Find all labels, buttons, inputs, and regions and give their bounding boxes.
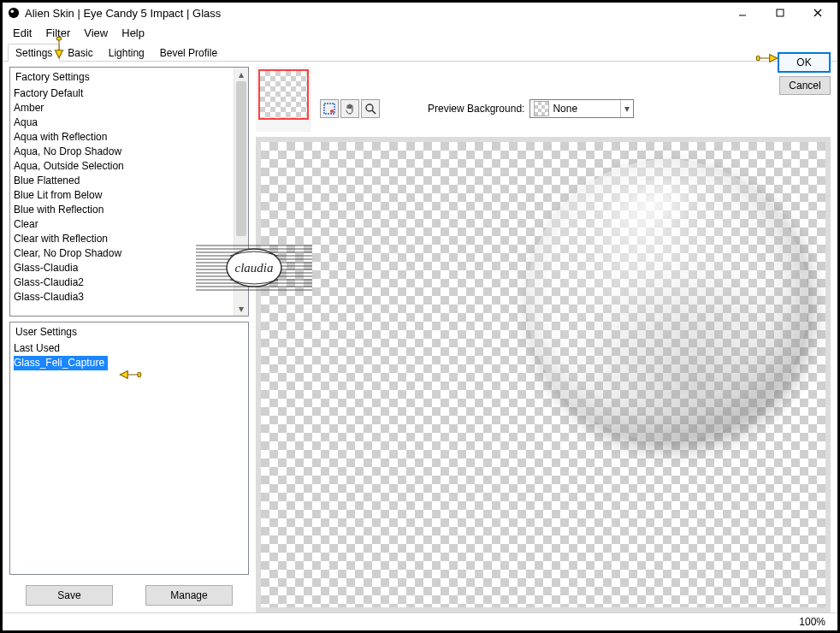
manage-button[interactable]: Manage [145,585,233,606]
factory-item[interactable]: Aqua, Outside Selection [14,159,234,174]
factory-item[interactable]: Aqua with Reflection [14,130,234,145]
factory-item[interactable]: Blue with Reflection [14,203,234,217]
menu-help[interactable]: Help [115,25,151,41]
app-icon [8,7,20,19]
factory-item[interactable]: Blue Flattened [14,174,234,188]
preview-background-select[interactable]: None ▾ [529,99,634,118]
filter-pointer-icon [47,40,71,58]
hand-tool-icon[interactable] [340,99,359,118]
factory-item[interactable]: Glass-Claudia2 [14,275,234,290]
svg-rect-7 [756,56,760,60]
close-button[interactable] [800,3,836,23]
marquee-tool-icon[interactable] [320,99,339,118]
menu-edit[interactable]: Edit [6,25,38,41]
cancel-button[interactable]: Cancel [779,76,831,95]
scroll-down-icon[interactable]: ▾ [234,302,248,316]
maximize-button[interactable] [762,3,798,23]
factory-item[interactable]: Clear with Reflection [14,232,234,246]
tab-strip: Settings Basic Lighting Bevel Profile [3,42,837,62]
factory-item[interactable]: Factory Default [14,86,234,101]
svg-point-0 [9,8,19,18]
window-title: Alien Skin | Eye Candy 5 Impact | Glass [25,7,723,20]
status-bar: 100% [3,612,837,630]
zoom-level: 100% [799,616,825,628]
factory-item[interactable]: Aqua, No Drop Shadow [14,145,234,159]
menu-view[interactable]: View [77,25,115,41]
factory-item[interactable]: Amber [14,101,234,115]
chevron-down-icon: ▾ [620,100,633,117]
ok-pointer-icon [755,50,779,68]
preview-background-value: None [553,103,620,115]
selection-pointer-icon [118,367,142,385]
user-settings-header: User Settings [14,324,248,341]
tab-bevel[interactable]: Bevel Profile [152,44,225,62]
preview-canvas[interactable] [256,137,831,612]
minimize-button[interactable] [725,3,760,23]
menu-bar: Edit Filter View Help [3,23,837,42]
save-button[interactable]: Save [26,585,113,606]
preview-background-label: Preview Background: [428,103,524,115]
factory-item[interactable]: Glass-Claudia3 [14,290,234,305]
user-item[interactable]: Glass_Feli_Capture [14,356,108,370]
title-bar: Alien Skin | Eye Candy 5 Impact | Glass [3,3,837,23]
svg-point-10 [366,104,373,111]
factory-settings-header: Factory Settings [14,69,234,86]
factory-item[interactable]: Clear, No Drop Shadow [14,246,234,261]
factory-item[interactable]: Aqua [14,115,234,130]
svg-rect-17 [138,372,141,376]
scroll-thumb[interactable] [236,81,246,236]
transparency-swatch-icon [534,101,549,116]
svg-rect-3 [777,9,784,16]
factory-settings-list[interactable]: Factory Settings Factory DefaultAmberAqu… [9,67,249,316]
user-item[interactable]: Last Used [14,341,248,356]
svg-point-1 [11,10,15,14]
factory-scrollbar[interactable]: ▴ ▾ [234,68,248,316]
tab-lighting[interactable]: Lighting [101,44,152,62]
svg-line-11 [372,110,376,114]
scroll-up-icon[interactable]: ▴ [234,68,248,81]
svg-rect-6 [56,37,61,40]
zoom-tool-icon[interactable] [361,99,380,118]
glass-effect-preview [526,159,808,441]
factory-item[interactable]: Clear [14,217,234,232]
factory-item[interactable]: Blue Lit from Below [14,188,234,203]
navigator-thumbnail[interactable] [256,67,311,132]
user-settings-list[interactable]: User Settings Last UsedGlass_Feli_Captur… [9,322,249,575]
factory-item[interactable]: Glass-Claudia [14,261,234,275]
svg-point-9 [330,109,334,113]
ok-button[interactable]: OK [778,52,831,73]
